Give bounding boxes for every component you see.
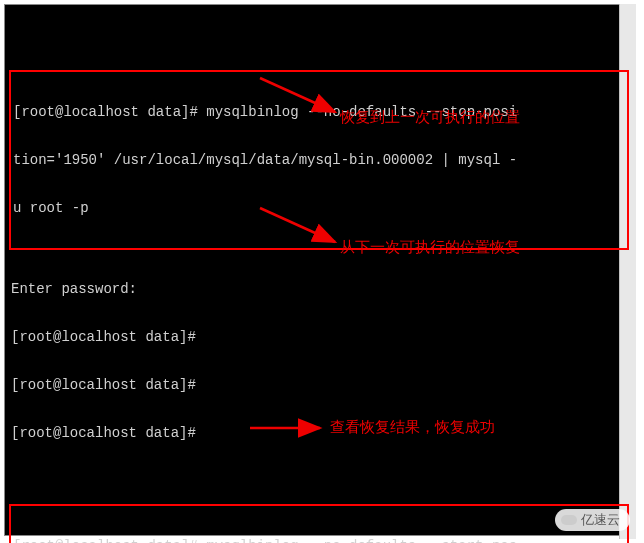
annotation-start-position: 从下一次可执行的位置恢复 xyxy=(340,238,520,257)
watermark: 亿速云 xyxy=(555,509,630,531)
terminal-window: [root@localhost data]# mysqlbinlog --no-… xyxy=(4,4,634,536)
prompt: [root@localhost data]# xyxy=(11,329,204,345)
highlight-box-start-position: [root@localhost data]# mysqlbinlog --no-… xyxy=(9,504,629,543)
prompt-line: [root@localhost data]# xyxy=(11,329,627,345)
output-line: Enter password: xyxy=(11,281,627,297)
cmd-line: [root@localhost data]# mysqlbinlog --no-… xyxy=(13,104,625,120)
prompt: [root@localhost data]# xyxy=(11,377,204,393)
cmd-line: [root@localhost data]# mysqlbinlog --no-… xyxy=(13,538,625,543)
highlight-box-stop-position: [root@localhost data]# mysqlbinlog --no-… xyxy=(9,70,629,250)
cmd-text: mysqlbinlog --no-defaults --start-pos xyxy=(206,538,517,543)
annotation-result: 查看恢复结果，恢复成功 xyxy=(330,418,495,437)
prompt-line: [root@localhost data]# xyxy=(11,377,627,393)
cmd-line: u root -p xyxy=(13,200,625,216)
prompt: [root@localhost data]# xyxy=(11,425,204,441)
prompt-line: [root@localhost data]# xyxy=(11,425,627,441)
terminal-content: [root@localhost data]# mysqlbinlog --no-… xyxy=(5,5,633,543)
annotation-stop-position: 恢复到上一次可执行的位置 xyxy=(340,108,520,127)
watermark-text: 亿速云 xyxy=(581,511,620,529)
cmd-line: tion='1950' /usr/local/mysql/data/mysql-… xyxy=(13,152,625,168)
prompt: [root@localhost data]# xyxy=(13,538,206,543)
prompt: [root@localhost data]# xyxy=(13,104,206,120)
